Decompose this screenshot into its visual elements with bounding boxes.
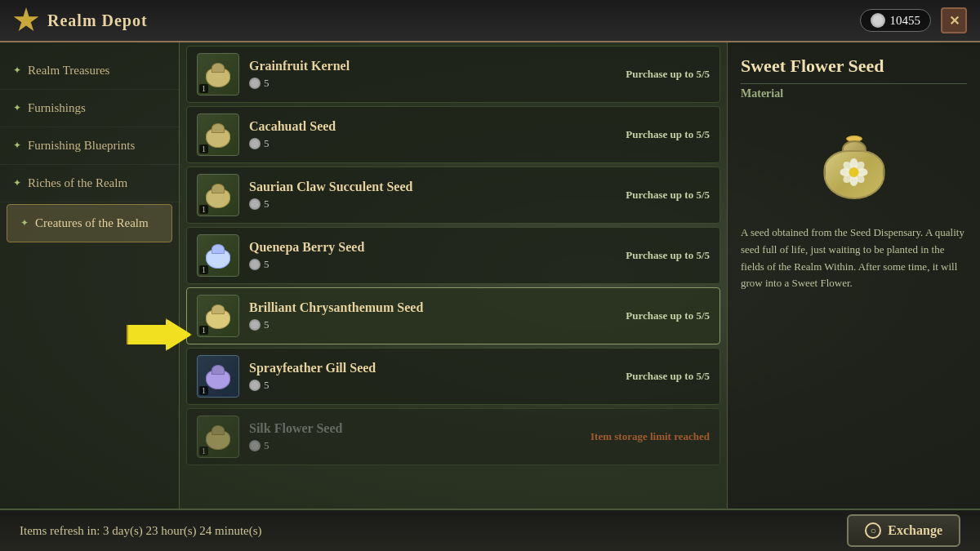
diamond-icon-3: ✦ [13, 140, 21, 152]
arrow-overlay [127, 318, 192, 351]
item-list-area: 1 Grainfruit Kernel 5 Purchase up to 5/5… [180, 42, 727, 509]
top-bar: Realm Depot 10455 ✕ [0, 0, 980, 42]
price-value: 5 [264, 379, 270, 392]
item-icon-cacahuatl: 1 [197, 113, 239, 156]
detail-seed-bag-illustration [817, 126, 891, 199]
sidebar-label-furnishings: Furnishings [28, 101, 86, 115]
item-price-chrysanthemum: 5 [249, 318, 626, 331]
exchange-icon: ○ [865, 522, 881, 539]
flower-decoration [838, 156, 871, 189]
item-info-cacahuatl: Cacahuatl Seed 5 [249, 119, 626, 150]
exchange-button[interactable]: ○ Exchange [847, 514, 960, 547]
item-icon-sprayfeather: 1 [197, 355, 239, 398]
item-icon-saurian: 1 [197, 174, 239, 216]
coin-icon [249, 319, 261, 331]
item-info-silk-flower: Silk Flower Seed 5 [249, 421, 590, 452]
sidebar-label-realm-treasures: Realm Treasures [28, 64, 109, 78]
detail-panel: Sweet Flower Seed Material [727, 42, 980, 509]
top-bar-left: Realm Depot [13, 7, 148, 33]
top-bar-right: 10455 ✕ [860, 7, 968, 33]
sidebar-item-furnishing-blueprints[interactable]: ✦ Furnishing Blueprints [0, 127, 179, 165]
item-name-grainfruit: Grainfruit Kernel [249, 59, 626, 73]
item-count-1: 1 [199, 84, 208, 93]
price-value: 5 [264, 137, 270, 150]
bag-body [823, 150, 884, 199]
item-icon-grainfruit: 1 [197, 53, 239, 96]
purchase-info-grainfruit: Purchase up to 5/5 [626, 68, 710, 81]
purchase-info-chrysanthemum: Purchase up to 5/5 [626, 309, 710, 322]
detail-image [805, 113, 903, 211]
item-price-saurian: 5 [249, 198, 626, 211]
item-count-2: 1 [199, 144, 208, 153]
item-row-cacahuatl[interactable]: 1 Cacahuatl Seed 5 Purchase up to 5/5 [186, 106, 720, 163]
item-row-quenepa[interactable]: 1 Quenepa Berry Seed 5 Purchase up to 5/… [186, 227, 720, 284]
item-row-grainfruit-kernel[interactable]: 1 Grainfruit Kernel 5 Purchase up to 5/5 [186, 46, 720, 103]
item-list: 1 Grainfruit Kernel 5 Purchase up to 5/5… [180, 42, 727, 509]
purchase-info-cacahuatl: Purchase up to 5/5 [626, 128, 710, 141]
item-row-silk-flower[interactable]: 1 Silk Flower Seed 5 Item storage limit … [186, 408, 720, 465]
main-content: ✦ Realm Treasures ✦ Furnishings ✦ Furnis… [0, 42, 980, 509]
svg-point-9 [849, 167, 859, 177]
item-info-chrysanthemum: Brilliant Chrysanthemum Seed 5 [249, 300, 626, 331]
diamond-icon-1: ✦ [13, 64, 21, 77]
price-value: 5 [264, 258, 270, 271]
diamond-icon-5: ✦ [20, 217, 29, 229]
item-icon-quenepa: 1 [197, 234, 239, 277]
detail-title: Sweet Flower Seed [741, 56, 967, 84]
currency-amount: 10455 [890, 14, 921, 28]
sidebar-item-realm-treasures[interactable]: ✦ Realm Treasures [0, 52, 179, 90]
item-row-sprayfeather[interactable]: 1 Sprayfeather Gill Seed 5 Purchase up t… [186, 348, 720, 405]
item-name-silk-flower: Silk Flower Seed [249, 421, 590, 436]
item-price-quenepa: 5 [249, 258, 626, 271]
detail-subtitle: Material [741, 87, 967, 100]
exchange-label: Exchange [888, 523, 942, 538]
purchase-info-quenepa: Purchase up to 5/5 [626, 249, 710, 262]
item-name-chrysanthemum: Brilliant Chrysanthemum Seed [249, 300, 626, 315]
item-info-quenepa: Quenepa Berry Seed 5 [249, 240, 626, 271]
detail-image-area [741, 113, 967, 211]
item-info-grainfruit: Grainfruit Kernel 5 [249, 59, 626, 90]
realm-depot-icon [13, 7, 39, 33]
coin-icon [249, 198, 261, 210]
coin-icon [249, 138, 261, 149]
coin-icon [249, 259, 261, 270]
sidebar-label-creatures: Creatures of the Realm [35, 216, 149, 230]
item-count-7: 1 [199, 447, 208, 455]
item-price-cacahuatl: 5 [249, 137, 626, 150]
price-value: 5 [264, 77, 270, 90]
purchase-info-saurian: Purchase up to 5/5 [626, 189, 710, 202]
sidebar-item-riches[interactable]: ✦ Riches of the Realm [0, 165, 179, 202]
close-button[interactable]: ✕ [941, 7, 967, 33]
diamond-icon-2: ✦ [13, 102, 21, 114]
coin-icon [249, 380, 261, 391]
bottom-bar: Items refresh in: 3 day(s) 23 hour(s) 24… [0, 509, 980, 551]
item-price-silk-flower: 5 [249, 439, 590, 452]
sidebar-label-riches: Riches of the Realm [28, 176, 127, 190]
item-row-brilliant-chrysanthemum[interactable]: 1 Brilliant Chrysanthemum Seed 5 Purchas… [186, 287, 720, 344]
item-count-6: 1 [199, 386, 208, 395]
refresh-text: Items refresh in: 3 day(s) 23 hour(s) 24… [20, 524, 262, 538]
item-name-saurian: Saurian Claw Succulent Seed [249, 180, 626, 194]
item-info-saurian: Saurian Claw Succulent Seed 5 [249, 180, 626, 211]
item-name-cacahuatl: Cacahuatl Seed [249, 119, 626, 134]
purchase-info-sprayfeather: Purchase up to 5/5 [626, 370, 710, 383]
storage-limit-silk-flower: Item storage limit reached [590, 430, 710, 443]
sidebar-item-creatures[interactable]: ✦ Creatures of the Realm [7, 204, 172, 242]
price-value: 5 [264, 439, 270, 452]
currency-display: 10455 [860, 9, 932, 32]
sidebar-item-furnishings[interactable]: ✦ Furnishings [0, 90, 179, 127]
price-value: 5 [264, 198, 270, 211]
item-count-5: 1 [199, 326, 208, 335]
item-name-quenepa: Quenepa Berry Seed [249, 240, 626, 255]
item-row-saurian[interactable]: 1 Saurian Claw Succulent Seed 5 Purchase… [186, 167, 720, 224]
page-title: Realm Depot [47, 11, 148, 30]
item-name-sprayfeather: Sprayfeather Gill Seed [249, 361, 626, 375]
item-price-sprayfeather: 5 [249, 379, 626, 392]
diamond-icon-4: ✦ [13, 177, 21, 189]
currency-icon [871, 13, 885, 28]
coin-icon [249, 440, 261, 451]
item-count-3: 1 [199, 205, 208, 214]
item-price-grainfruit: 5 [249, 77, 626, 90]
item-count-4: 1 [199, 265, 208, 274]
item-icon-chrysanthemum: 1 [197, 295, 239, 337]
